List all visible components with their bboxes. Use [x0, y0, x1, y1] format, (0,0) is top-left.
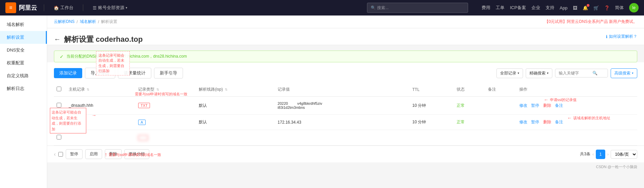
sidebar-item-resolution-log[interactable]: 解析日志	[0, 82, 47, 95]
sort-line-icon[interactable]: ⇅	[225, 88, 227, 91]
th-status: 状态	[454, 83, 485, 97]
th-line: 解析线路(isp) ⇅	[196, 83, 275, 97]
breadcrumb-domain[interactable]: 域名解析	[80, 19, 96, 25]
support-link[interactable]: 支持	[546, 5, 554, 11]
logo[interactable]: ≡ 阿里云	[5, 2, 37, 13]
row1-note[interactable]: 备注	[555, 103, 563, 108]
row1-actions: 修改 暂停 删除 备注	[517, 97, 637, 115]
batch-pause-button[interactable]: 暂停	[66, 149, 83, 159]
sidebar-item-domain-resolution[interactable]: 域名解析	[0, 18, 47, 31]
row2-value: 172.16.34.43	[275, 115, 410, 130]
all-records-select[interactable]: 全部记录 ▾	[496, 68, 523, 78]
search-input-box: 🔍	[555, 69, 608, 77]
row1-type: TXT	[135, 97, 196, 115]
row1-host: _dnsauth.hhh	[66, 97, 135, 115]
table-row: hhh A 默认 172.16.34.43 10 分钟 正常 修改 暂停	[54, 115, 637, 130]
add-record-button[interactable]: 添加记录	[54, 68, 82, 78]
th-note: 备注	[485, 83, 517, 97]
nav-divider	[44, 4, 44, 11]
row3-actions: 修改 暂停 删除 备注	[517, 130, 637, 146]
row1-pause[interactable]: 暂停	[531, 103, 539, 108]
back-button[interactable]: ←	[54, 35, 61, 43]
prev-page-arrow[interactable]: ‹	[54, 151, 56, 157]
row2-actions: 修改 暂停 删除 备注	[517, 115, 637, 130]
search-input[interactable]	[377, 5, 464, 10]
check-icon: ✓	[60, 54, 64, 59]
row1-edit[interactable]: 修改	[519, 103, 527, 108]
fee-link[interactable]: 费用	[482, 5, 490, 11]
page-size-select[interactable]: 10条/页 20条/页 50条/页	[611, 150, 637, 159]
advanced-dropdown-icon: ▾	[632, 71, 634, 75]
select-all-checkbox[interactable]	[57, 87, 61, 91]
help-circle-icon: ℹ	[606, 34, 608, 39]
row3-note: 备注	[555, 135, 563, 140]
pagination-info: 共3条 ‹ 1 › 10条/页 20条/页 50条/页	[580, 150, 637, 159]
page-title: 解析设置 coderhao.top	[64, 34, 143, 44]
table-body: _dnsauth.hhh TXT 默认 20220 v4g8bkrdhf5ziv…	[54, 97, 637, 146]
row2-checkbox-cell	[54, 115, 66, 130]
th-checkbox	[54, 83, 66, 97]
bottom-select-all[interactable]	[58, 152, 63, 157]
app-link[interactable]: App	[560, 5, 568, 10]
row3-pause: 暂停	[531, 135, 539, 140]
total-count: 共3条	[580, 151, 590, 157]
sidebar-item-authority-config[interactable]: 权重配置	[0, 57, 47, 69]
avatar[interactable]: Ie	[629, 3, 639, 12]
dns-notice: ✓ 当前分配的DNS服务器是：dns27.hichina.com，dns28.h…	[54, 51, 637, 62]
help-icon[interactable]: ❓	[604, 5, 610, 10]
breadcrumb-dns[interactable]: 云解析DNS	[54, 19, 74, 25]
workbench-nav-item[interactable]: 🏠 工作台	[51, 0, 76, 15]
advanced-search-button[interactable]: 高级搜索 ▾	[611, 68, 637, 78]
row3-host: xxxxxxxxx	[66, 130, 135, 146]
cart-icon[interactable]: 🛒	[593, 5, 599, 10]
keyword-input[interactable]	[559, 71, 592, 75]
bottom-bar: ‹ 暂停 启用 删除 更换分组 共3条 ‹ 1 › 10条/页 20条/页 50…	[47, 146, 644, 162]
sidebar-item-dns-security[interactable]: DNS安全	[0, 44, 47, 57]
batch-enable-button[interactable]: 启用	[85, 149, 102, 159]
layout: 域名解析 解析设置 DNS安全 权重配置 自定义线路 解析日志 云解析DNS /…	[0, 15, 644, 188]
row3-status: 正常	[454, 130, 485, 146]
newbie-guide-button[interactable]: 新手引导	[154, 68, 183, 79]
row2-checkbox[interactable]	[57, 119, 61, 124]
right-items: 费用 工单 ICP备案 企业 支持 App 🖼 🔔 🛒 ❓ 简体 Ie	[482, 3, 639, 12]
sort-host-icon[interactable]: ⇅	[87, 88, 89, 91]
row1-ttl: 10 分钟	[409, 97, 454, 115]
row2-status: 正常	[454, 115, 485, 130]
promo-text[interactable]: 【0元试用】阿里云DNS全系列产品 新用户免费试。	[545, 19, 637, 25]
pagination-prev[interactable]: ‹	[592, 152, 594, 157]
batch-delete-button[interactable]: 删除	[105, 149, 122, 159]
row3-type: XX	[135, 130, 196, 146]
sort-type-icon[interactable]: ⇅	[156, 88, 159, 91]
row2-note[interactable]: 备注	[555, 120, 563, 124]
row3-checkbox-cell	[54, 130, 66, 146]
breadcrumb-sep1: /	[76, 20, 78, 24]
batch-change-line-button[interactable]: 更换分组	[124, 149, 149, 159]
sidebar-item-resolution-settings[interactable]: 解析设置	[0, 31, 47, 44]
pagination-next[interactable]: ›	[607, 152, 609, 157]
row2-line: 默认	[196, 115, 275, 130]
enterprise-link[interactable]: 企业	[531, 5, 540, 11]
icp-link[interactable]: ICP备案	[510, 5, 526, 11]
sidebar-item-custom-route[interactable]: 自定义线路	[0, 69, 47, 82]
simplified-label[interactable]: 简体	[615, 5, 624, 11]
page-1-btn[interactable]: 1	[596, 150, 605, 159]
row2-delete[interactable]: 删除	[543, 120, 551, 124]
notification-dot	[587, 4, 589, 7]
row1-checkbox[interactable]	[57, 103, 61, 107]
row3-edit: 修改	[519, 135, 527, 140]
search-submit-icon[interactable]: 🔍	[592, 71, 597, 75]
row3-checkbox[interactable]	[57, 135, 61, 139]
row1-delete[interactable]: 删除	[543, 103, 551, 108]
account-nav-item[interactable]: ☰ 账号全部资源 ▾	[90, 0, 130, 15]
bell-icon[interactable]: 🔔	[583, 5, 588, 10]
nav-divider2	[83, 4, 83, 11]
row2-ttl: 10 分钟	[409, 115, 454, 130]
th-ttl: TTL	[409, 83, 454, 97]
row3-ttl: 10 分钟	[409, 130, 454, 146]
row2-edit[interactable]: 修改	[519, 120, 527, 124]
row2-pause[interactable]: 暂停	[531, 120, 539, 124]
precise-search-select[interactable]: 精确搜索 ▾	[526, 68, 552, 78]
dropdown-icon: ▾	[126, 6, 127, 9]
order-link[interactable]: 工单	[496, 5, 504, 11]
help-link[interactable]: ℹ 如何设置解析？	[606, 34, 637, 45]
